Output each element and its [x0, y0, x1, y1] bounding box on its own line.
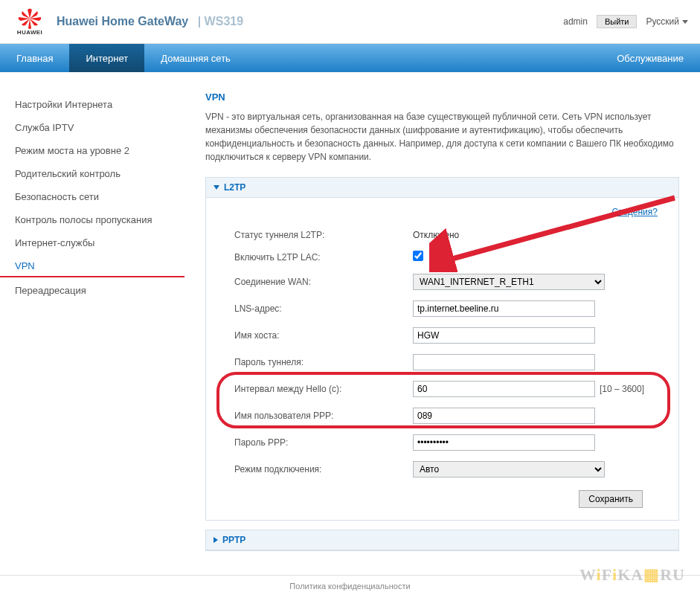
- sidebar-item-forwarding[interactable]: Переадресация: [0, 279, 184, 302]
- footer-link[interactable]: Политика конфиденциальности: [289, 582, 410, 591]
- pptp-panel: PPTP: [205, 530, 679, 551]
- huawei-logo: HUAWEI: [12, 6, 48, 37]
- mode-label: Режим подключения:: [219, 464, 413, 475]
- page-title: VPN: [205, 91, 679, 103]
- logo-text: HUAWEI: [17, 29, 42, 36]
- ppp-pwd-input[interactable]: [413, 434, 595, 451]
- main-nav: Главная Интернет Домашняя сеть Обслужива…: [0, 44, 700, 72]
- details-link[interactable]: Сведения?: [612, 207, 658, 217]
- status-value: Отключено: [413, 230, 665, 240]
- l2tp-title: L2TP: [224, 182, 245, 193]
- content-area: VPN VPN - это виртуальная сеть, организо…: [184, 72, 700, 575]
- hello-hint: [10 – 3600]: [600, 384, 644, 394]
- hello-label: Интервал между Hello (с):: [219, 384, 413, 394]
- tunnel-pwd-label: Пароль туннеля:: [219, 357, 413, 367]
- header: HUAWEI Huawei Home GateWay | WS319 admin…: [0, 0, 700, 44]
- sidebar-item-parental[interactable]: Родительский контроль: [0, 162, 184, 185]
- sidebar-item-internet-settings[interactable]: Настройки Интернета: [0, 93, 184, 116]
- admin-label: admin: [563, 16, 588, 27]
- language-label: Русский: [646, 16, 679, 27]
- language-selector[interactable]: Русский: [646, 16, 688, 27]
- l2tp-panel-header[interactable]: L2TP: [206, 178, 678, 198]
- sidebar-item-bridge[interactable]: Режим моста на уровне 2: [0, 139, 184, 162]
- wan-select[interactable]: WAN1_INTERNET_R_ETH1: [413, 274, 605, 290]
- chevron-down-icon: [682, 20, 688, 24]
- tunnel-pwd-input[interactable]: [413, 354, 595, 370]
- sidebar-item-iptv[interactable]: Служба IPTV: [0, 116, 184, 139]
- sidebar: Настройки Интернета Служба IPTV Режим мо…: [0, 72, 184, 575]
- host-input[interactable]: [413, 327, 595, 344]
- collapse-icon: [213, 185, 219, 190]
- sidebar-item-bandwidth[interactable]: Контроль полосы пропускания: [0, 208, 184, 231]
- enable-checkbox[interactable]: [413, 251, 423, 261]
- sidebar-active-underline: [0, 276, 184, 277]
- logout-button[interactable]: Выйти: [597, 15, 638, 28]
- mode-select[interactable]: Авто: [413, 461, 605, 477]
- nav-maintenance[interactable]: Обслуживание: [600, 44, 700, 72]
- nav-home-network[interactable]: Домашняя сеть: [144, 44, 247, 72]
- expand-icon: [213, 537, 218, 543]
- sidebar-item-security[interactable]: Безопасность сети: [0, 185, 184, 208]
- model-name: | WS319: [194, 15, 243, 28]
- status-label: Статус туннеля L2TP:: [219, 230, 413, 240]
- ppp-user-input[interactable]: [413, 408, 595, 424]
- nav-internet[interactable]: Интернет: [69, 44, 144, 72]
- brand-title: Huawei Home GateWay: [57, 15, 188, 28]
- save-button[interactable]: Сохранить: [579, 490, 643, 508]
- watermark: WiFiKA▦RU: [579, 565, 685, 585]
- hello-input[interactable]: [413, 381, 595, 397]
- pptp-panel-header[interactable]: PPTP: [206, 530, 678, 550]
- l2tp-panel: L2TP Сведения? Статус туннеля L2TP: Откл…: [205, 177, 679, 521]
- nav-home[interactable]: Главная: [0, 44, 69, 72]
- ppp-user-label: Имя пользователя PPP:: [219, 411, 413, 421]
- lns-label: LNS-адрес:: [219, 303, 413, 314]
- lns-input[interactable]: [413, 300, 595, 317]
- enable-label: Включить L2TP LAC:: [219, 252, 413, 263]
- wan-label: Соединение WAN:: [219, 277, 413, 287]
- host-label: Имя хоста:: [219, 330, 413, 341]
- sidebar-item-services[interactable]: Интернет-службы: [0, 231, 184, 254]
- page-description: VPN - это виртуальная сеть, организованн…: [205, 110, 679, 164]
- pptp-title: PPTP: [222, 535, 245, 545]
- sidebar-item-vpn[interactable]: VPN: [0, 254, 184, 277]
- ppp-pwd-label: Пароль PPP:: [219, 437, 413, 448]
